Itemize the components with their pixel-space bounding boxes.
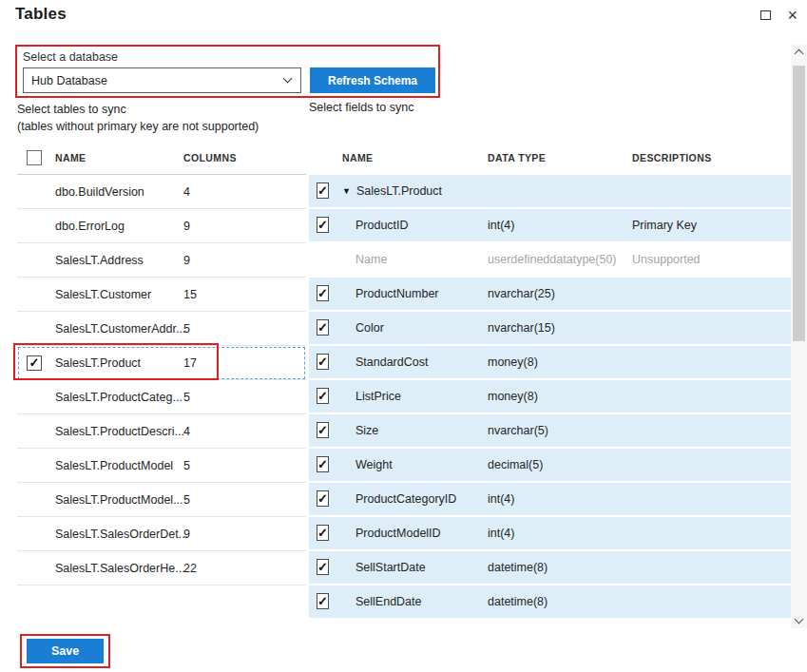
table-columns: 4 [183, 425, 306, 438]
tables-blade: Tables × Select a database Hub Database … [0, 0, 807, 672]
select-all-checkbox[interactable] [27, 150, 42, 165]
table-row[interactable]: SalesLT.Customer 15 [17, 278, 306, 312]
field-name: Size [355, 424, 378, 437]
table-name: SalesLT.ProductCateg... [55, 391, 183, 404]
field-datatype: datetime(8) [488, 595, 632, 608]
table-columns: 5 [183, 459, 306, 472]
tables-header-name: NAME [55, 152, 183, 163]
refresh-schema-button[interactable]: Refresh Schema [310, 67, 435, 93]
fields-list-header: NAME DATA TYPE DESCRIPTIONS [309, 141, 792, 175]
database-select[interactable]: Hub Database [23, 67, 301, 93]
table-row[interactable]: dbo.BuildVersion 4 [17, 175, 306, 209]
field-row: ✓ ListPrice money(8) [309, 380, 792, 413]
field-checkbox[interactable]: ✓ [317, 422, 329, 438]
field-checkbox[interactable]: ✓ [317, 354, 329, 370]
database-label: Select a database [23, 50, 118, 64]
field-row: ✓ StandardCost money(8) [309, 346, 792, 378]
field-name: Name [355, 253, 387, 266]
field-name: Color [355, 321, 384, 335]
table-name: SalesLT.SalesOrderDet... [55, 528, 183, 541]
field-checkbox[interactable]: ✓ [317, 319, 329, 336]
restore-icon[interactable] [760, 10, 771, 20]
table-row[interactable]: SalesLT.SalesOrderDet... 9 [17, 517, 306, 551]
table-name: SalesLT.Address [55, 254, 183, 267]
field-datatype: nvarchar(15) [488, 321, 632, 335]
table-columns: 5 [183, 391, 306, 404]
field-checkbox-cell: ✓ [309, 458, 342, 471]
table-name: SalesLT.ProductDescri... [55, 425, 183, 438]
scroll-down-icon[interactable] [795, 615, 804, 624]
table-name: SalesLT.CustomerAddr... [55, 322, 183, 336]
table-columns: 4 [183, 185, 306, 199]
field-checkbox[interactable]: ✓ [317, 182, 329, 199]
table-row[interactable]: SalesLT.Address 9 [17, 243, 306, 278]
field-datatype: int(4) [488, 219, 632, 232]
database-selected-value: Hub Database [31, 74, 107, 87]
field-name: ProductNumber [355, 287, 439, 300]
table-columns: 9 [183, 528, 306, 541]
field-datatype: datetime(8) [488, 561, 632, 574]
field-name: SellEndDate [355, 595, 422, 608]
table-columns: 5 [183, 493, 306, 507]
table-row[interactable]: ✓ SalesLT.Product 17 [17, 346, 306, 380]
field-row: ✓ ProductNumber nvarchar(25) [309, 278, 792, 310]
chevron-down-icon [283, 74, 293, 84]
fields-caption: Select fields to sync [309, 101, 413, 114]
close-icon[interactable]: × [787, 9, 797, 22]
field-row: ✓ ProductCategoryID int(4) [309, 483, 792, 515]
table-row[interactable]: SalesLT.ProductModel... 5 [17, 483, 306, 517]
scrollbar-thumb[interactable] [793, 66, 805, 341]
table-row[interactable]: SalesLT.SalesOrderHe... 22 [17, 551, 306, 586]
table-name: SalesLT.SalesOrderHe... [55, 562, 183, 575]
field-name: ListPrice [355, 390, 401, 403]
field-checkbox-cell: ✓ [309, 424, 342, 437]
field-checkbox[interactable]: ✓ [317, 593, 329, 609]
field-checkbox-cell: ✓ [309, 219, 342, 232]
field-row: ✓ ProductID int(4) Primary Key [309, 209, 792, 241]
field-checkbox-cell: ✓ [309, 390, 342, 403]
field-name: ProductModelID [355, 527, 441, 540]
field-checkbox[interactable]: ✓ [317, 559, 329, 575]
tables-caption: Select tables to sync (tables without pr… [17, 101, 259, 135]
field-checkbox[interactable]: ✓ [317, 490, 329, 507]
tables-list-body: dbo.BuildVersion 4 dbo.ErrorLog 9 SalesL… [17, 175, 306, 586]
tables-caption-title: Select tables to sync [17, 101, 259, 118]
table-columns: 9 [183, 254, 306, 267]
vertical-scrollbar[interactable] [791, 45, 807, 628]
table-columns: 9 [183, 220, 306, 233]
table-name: SalesLT.ProductModel [55, 459, 183, 472]
field-description: Unsupported [632, 253, 792, 266]
field-row: ✓ ProductModelID int(4) [309, 517, 792, 549]
fields-list-body: ✓ ▼ SalesLT.Product ✓ ProductID int(4) P… [309, 175, 792, 618]
field-checkbox[interactable]: ✓ [317, 456, 329, 472]
tables-list-header: NAME COLUMNS [17, 141, 306, 175]
table-row[interactable]: SalesLT.ProductDescri... 4 [17, 414, 306, 449]
field-datatype: userdefineddatatype(50) [488, 253, 632, 266]
table-row[interactable]: dbo.ErrorLog 9 [17, 209, 306, 243]
field-datatype: money(8) [488, 390, 632, 403]
row-checkbox[interactable]: ✓ [27, 355, 42, 371]
tables-list: NAME COLUMNS dbo.BuildVersion 4 dbo.Erro… [17, 141, 306, 586]
field-checkbox[interactable]: ✓ [317, 388, 329, 404]
table-columns: 22 [183, 562, 306, 575]
field-name: Weight [355, 458, 393, 471]
collapse-icon[interactable]: ▼ [342, 186, 351, 196]
table-row[interactable]: SalesLT.CustomerAddr... 5 [17, 312, 306, 346]
table-name: SalesLT.ProductModel... [55, 493, 183, 507]
field-checkbox[interactable]: ✓ [317, 285, 329, 301]
scroll-up-icon[interactable] [795, 49, 804, 59]
field-checkbox[interactable]: ✓ [317, 217, 329, 233]
field-checkbox-cell: ✓ [309, 184, 342, 198]
table-name: dbo.ErrorLog [55, 220, 183, 233]
field-checkbox[interactable]: ✓ [317, 525, 329, 541]
field-row: ✓ Size nvarchar(5) [309, 414, 792, 447]
table-row[interactable]: SalesLT.ProductCateg... 5 [17, 380, 306, 414]
field-name: SalesLT.Product [356, 184, 442, 198]
field-checkbox-cell: ✓ [309, 527, 342, 540]
save-button[interactable]: Save [27, 639, 104, 663]
fields-header-datatype: DATA TYPE [488, 152, 632, 163]
field-row: ✓ ▼ SalesLT.Product [309, 175, 792, 207]
table-row[interactable]: SalesLT.ProductModel 5 [17, 449, 306, 483]
table-name: SalesLT.Customer [55, 288, 183, 301]
field-checkbox-cell: ✓ [309, 355, 342, 369]
